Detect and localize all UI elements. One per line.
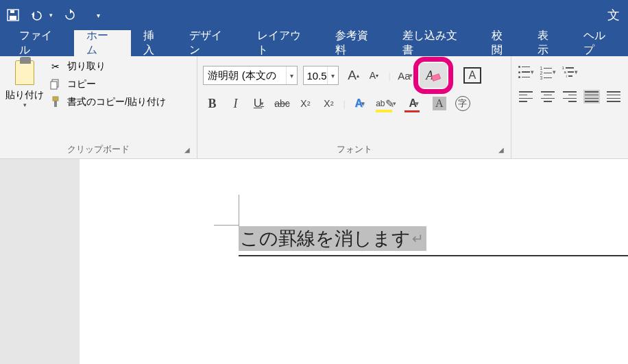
tab-mailings[interactable]: 差し込み文書 [390,30,479,56]
font-name-dropdown-icon[interactable]: ▾ [286,66,297,84]
tab-file[interactable]: ファイル [7,30,74,56]
copy-button[interactable]: コピー [49,78,166,90]
clipboard-launcher-icon[interactable]: ◢ [183,146,191,154]
font-group-label: フォント [337,144,372,154]
tab-insert[interactable]: 挿入 [131,30,177,56]
numbering-button[interactable]: 123 ▾ [539,63,557,81]
font-name-value: 游明朝 (本文の [204,69,286,82]
bold-button[interactable]: B [203,95,221,112]
font-size-dropdown-icon[interactable]: ▾ [327,66,338,84]
selected-text[interactable]: この罫線を消します ↵ [239,226,426,251]
font-size-combo[interactable]: 10.5 ▾ [303,66,339,85]
page-margin-area [0,159,80,364]
clipboard-group-label: クリップボード [67,144,130,154]
bullets-button[interactable]: ▾ [517,63,535,81]
tab-review[interactable]: 校閲 [479,30,525,56]
document-page[interactable]: この罫線を消します ↵ [80,159,628,364]
paragraph-mark-icon: ↵ [412,230,424,247]
clipboard-icon [15,60,34,85]
justify-button[interactable] [583,88,601,106]
cut-button[interactable]: ✂ 切り取り [49,60,166,73]
cursor-guide-vertical [239,195,239,226]
svg-rect-2 [10,10,14,13]
copy-icon [49,78,62,90]
align-right-button[interactable] [561,88,579,106]
char-shading-button[interactable]: A [431,95,448,112]
tab-references[interactable]: 参考資料 [323,30,390,56]
distribute-button[interactable] [605,88,623,106]
underline-button[interactable]: U▾ [250,95,267,112]
superscript-button[interactable]: X2 [319,95,337,112]
svg-rect-6 [54,101,57,107]
highlight-color-button[interactable]: ab✎▾ [374,95,398,112]
copy-label: コピー [67,78,96,90]
tab-home[interactable]: ホーム [74,30,131,56]
tab-view[interactable]: 表示 [525,30,571,56]
brush-icon [49,96,62,108]
paragraph-bottom-border [239,255,628,256]
strikethrough-button[interactable]: abc [273,95,291,112]
italic-button[interactable]: I [226,95,244,112]
paste-button[interactable]: 貼り付け ▾ [5,60,44,108]
font-size-value: 10.5 [304,70,327,82]
svg-rect-4 [51,82,57,89]
font-color-button[interactable]: A▾ [403,95,425,112]
enclose-chars-button[interactable]: 字 [454,95,472,112]
redo-icon[interactable] [62,8,77,23]
tab-design[interactable]: デザイン [177,30,244,56]
scissors-icon: ✂ [49,60,62,73]
svg-rect-1 [10,16,16,20]
qat-customize[interactable]: ▾ [97,12,100,19]
multilevel-list-button[interactable]: 1ai ▾ [561,63,579,81]
align-left-button[interactable] [517,88,535,106]
title-text: 文 [607,7,623,23]
clear-formatting-button[interactable]: A [420,63,447,88]
ribbon-tabs: ファイル ホーム 挿入 デザイン レイアウト 参考資料 差し込み文書 校閲 表示… [0,30,628,56]
paste-label: 貼り付け [5,89,44,101]
document-text-content: この罫線を消します [240,226,411,251]
format-painter-button[interactable]: 書式のコピー/貼り付け [49,96,166,108]
grow-font-button[interactable]: A▴ [344,66,362,84]
font-launcher-icon[interactable]: ◢ [497,146,505,154]
subscript-button[interactable]: X2 [296,95,314,112]
tab-layout[interactable]: レイアウト [245,30,323,56]
format-painter-label: 書式のコピー/貼り付け [67,96,166,108]
cut-label: 切り取り [67,60,106,73]
change-case-button[interactable]: Aa▾ [396,66,414,84]
undo-dropdown[interactable]: ▾ [49,12,53,19]
font-name-combo[interactable]: 游明朝 (本文の ▾ [203,66,298,85]
undo-icon[interactable] [30,8,45,23]
svg-rect-5 [53,97,58,101]
align-center-button[interactable] [539,88,557,106]
shrink-font-button[interactable]: A▾ [365,66,383,84]
tab-help[interactable]: ヘルプ [571,30,628,56]
char-border-button[interactable]: A [463,66,481,84]
save-icon[interactable] [5,8,21,23]
cursor-guide-horizontal [214,225,239,226]
text-effects-button[interactable]: A▾ [351,95,369,112]
